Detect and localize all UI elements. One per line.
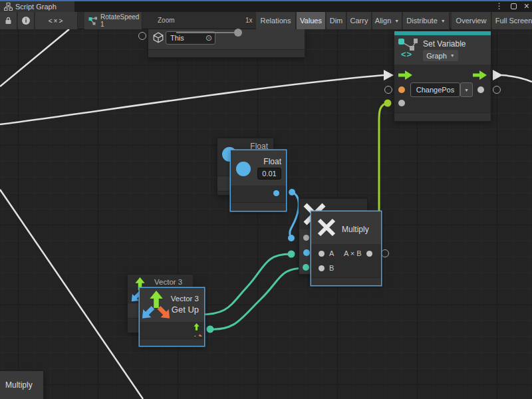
float-node[interactable]: Float 0.01	[231, 150, 286, 211]
multiply-icon	[317, 218, 336, 237]
multiply-back-port-teal[interactable]	[303, 264, 309, 271]
multiply-footer	[311, 277, 381, 285]
lock-icon	[5, 17, 12, 25]
align-button[interactable]: Align▼	[372, 12, 402, 29]
this-node-footer	[148, 49, 305, 57]
multiply-input-b-label: B	[329, 264, 334, 272]
chevron-down-icon: ▼	[464, 88, 469, 92]
zoom-label: Zoom	[158, 17, 175, 24]
set-variable-right-port[interactable]	[493, 86, 501, 94]
multiply-title: Multiply	[342, 225, 369, 234]
overview-button[interactable]: Overview	[452, 12, 491, 29]
multiply-cut-title: Multiply	[5, 380, 33, 390]
multiply-input-b-port[interactable]	[319, 265, 325, 271]
variable-name-value: ChangePos	[416, 86, 455, 94]
tab-bar: Script Graph ⋮ ×	[0, 0, 532, 12]
multiply-input-a-port[interactable]	[319, 251, 325, 257]
vector3-getup-node[interactable]: Vector 3 Get Up	[140, 288, 204, 346]
tab-title: Script Graph	[15, 3, 57, 11]
script-graph-asset-icon	[88, 17, 97, 25]
variable-output-port[interactable]	[477, 86, 484, 93]
graph-toolbar: i <×> RotateSpeed 1 Zoom 1x Relations Va…	[0, 12, 532, 29]
multiply-node-cut[interactable]: Multiply	[0, 371, 43, 399]
multiply-node[interactable]: Multiply A A × B B	[311, 211, 381, 285]
more-options-icon[interactable]: ⋮	[495, 1, 503, 11]
target-picker-icon[interactable]: ⊙	[205, 33, 212, 43]
values-button[interactable]: Values	[297, 12, 326, 29]
float-value-field[interactable]: 0.01	[257, 168, 281, 180]
multiply-back-port-blue[interactable]	[303, 249, 310, 256]
variable-scope-value: Graph	[426, 52, 447, 60]
vector3-output-icon[interactable]	[190, 323, 202, 336]
full-screen-button[interactable]: Full Screen	[492, 12, 532, 29]
multiply-output-label: A × B	[344, 249, 362, 257]
variable-name-dropdown-arrow[interactable]: ▼	[460, 82, 473, 97]
variable-scope-dropdown[interactable]: Graph ▼	[423, 50, 458, 61]
relations-button[interactable]: Relations	[256, 12, 296, 29]
close-icon[interactable]: ×	[524, 3, 529, 9]
float-value: 0.01	[262, 170, 276, 178]
vector3-back-title: Vector 3	[154, 278, 182, 286]
chevron-down-icon: ▼	[441, 19, 446, 23]
float-back-title: Float	[250, 142, 268, 151]
float-icon	[236, 162, 251, 176]
this-node-target-port[interactable]	[138, 32, 146, 40]
cube-icon	[153, 32, 164, 43]
flow-in-arrow-icon[interactable]	[398, 70, 412, 80]
lock-button[interactable]	[0, 12, 17, 29]
distribute-button[interactable]: Distribute▼	[403, 12, 450, 29]
float-output-port[interactable]	[273, 190, 279, 196]
graph-name: RotateSpeed 1	[100, 13, 142, 28]
float-footer	[231, 202, 286, 211]
value-input-port[interactable]	[398, 100, 405, 106]
getup-subtitle: Get Up	[172, 305, 199, 315]
variable-name-dropdown[interactable]: ChangePos	[410, 82, 460, 97]
window-controls: ⋮ ×	[495, 1, 529, 11]
multiply-output-port[interactable]	[366, 251, 372, 257]
chevron-down-icon: ▼	[450, 53, 455, 58]
carry-button[interactable]: Carry	[347, 12, 372, 29]
zoom-slider-track[interactable]	[176, 32, 237, 33]
maximize-icon[interactable]	[511, 3, 517, 9]
info-button[interactable]: i	[18, 12, 35, 29]
dim-button[interactable]: Dim	[327, 12, 346, 29]
chevron-down-icon: ▼	[394, 19, 399, 23]
multiply-output-port-outer[interactable]	[381, 249, 389, 257]
set-variable-left-port[interactable]	[384, 86, 392, 94]
set-variable-footer	[394, 112, 491, 121]
graph-breadcrumb[interactable]: RotateSpeed 1	[84, 12, 142, 29]
flow-out-arrow-icon[interactable]	[473, 70, 487, 80]
multiply-input-a-label: A	[329, 249, 334, 257]
code-view-icon: <×>	[49, 17, 65, 25]
code-view-button[interactable]: <×>	[35, 12, 78, 29]
vector3-footer	[140, 338, 204, 346]
window-accent-line	[0, 0, 532, 1]
float-title: Float	[263, 157, 281, 166]
zoom-value: 1x	[245, 17, 253, 24]
graph-icon	[4, 3, 13, 11]
set-variable-title: Set Variable	[423, 39, 466, 49]
zoom-slider-handle[interactable]	[234, 29, 242, 37]
this-field-value: This	[170, 34, 184, 42]
script-graph-window: This ⊙ <> Set Variable Graph ▼ ChangePos	[0, 0, 532, 399]
multiply-back-port-a[interactable]	[303, 235, 309, 241]
this-node[interactable]: This ⊙	[148, 29, 305, 57]
code-brackets-icon: <>	[401, 49, 412, 59]
set-variable-node[interactable]: <> Set Variable Graph ▼ ChangePos ▼	[394, 31, 491, 121]
vector3-title: Vector 3	[171, 295, 199, 303]
this-object-field[interactable]: This ⊙	[166, 31, 215, 45]
variable-input-port[interactable]	[398, 86, 405, 93]
tab-script-graph[interactable]: Script Graph	[0, 1, 74, 12]
info-icon: i	[22, 17, 30, 25]
